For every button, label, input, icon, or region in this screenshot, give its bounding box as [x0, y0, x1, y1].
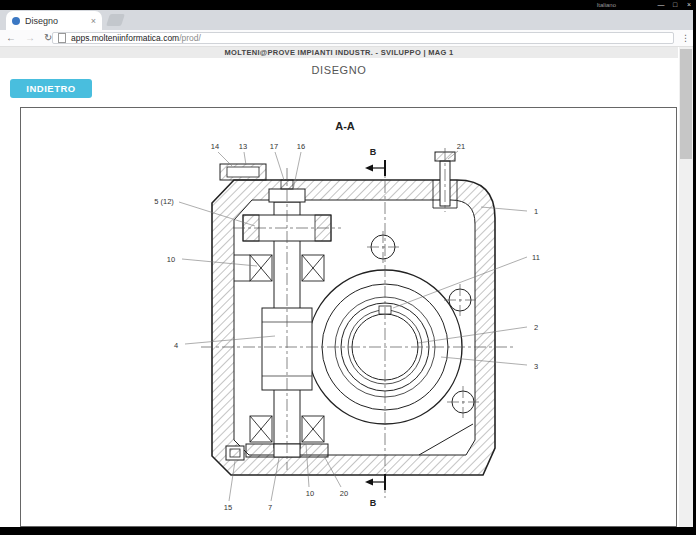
back-icon[interactable]: ←: [6, 30, 16, 46]
window-frame-bottom: [0, 527, 696, 535]
app-header-bar: MOLTENI@PROVE IMPIANTI INDUSTR. - SVILUP…: [0, 47, 678, 58]
callout-4: 4: [174, 341, 178, 350]
callout-7: 7: [268, 503, 272, 512]
drawing-panel: A-A: [20, 107, 677, 527]
callout-2: 2: [534, 323, 538, 332]
callout-3: 3: [534, 362, 538, 371]
callout-13: 13: [239, 142, 247, 151]
language-label: Italiano: [597, 2, 616, 8]
callout-10a: 10: [167, 255, 175, 264]
page-document-icon: [58, 33, 66, 43]
callout-14: 14: [211, 142, 219, 151]
address-bar[interactable]: apps.molteniinformatica.com /prod/: [52, 32, 674, 44]
tab-title: Disegno: [25, 16, 87, 26]
callout-11: 11: [532, 253, 540, 262]
browser-toolbar: ← → ↻ apps.molteniinformatica.com /prod/…: [0, 30, 693, 47]
callout-10b: 10: [306, 489, 314, 498]
section-label-top: B: [370, 147, 377, 157]
tab-strip: Disegno ×: [0, 10, 693, 30]
view-label: A-A: [335, 120, 355, 132]
callout-20: 20: [340, 489, 348, 498]
maximize-button[interactable]: □: [668, 0, 682, 10]
callout-15: 15: [224, 503, 232, 512]
technical-drawing: A-A: [21, 108, 676, 526]
tab-favicon-icon: [12, 17, 20, 25]
url-host: apps.molteniinformatica.com: [71, 33, 179, 43]
page-title: DISEGNO: [0, 64, 678, 76]
vertical-scrollbar[interactable]: [679, 47, 693, 527]
callout-17: 17: [270, 142, 278, 151]
forward-icon[interactable]: →: [25, 30, 35, 46]
flange-gear-assembly: [308, 235, 474, 424]
tab-close-icon[interactable]: ×: [91, 16, 96, 26]
section-label-bottom: B: [370, 498, 377, 508]
minimize-button[interactable]: —: [654, 0, 668, 10]
window-titlebar: Italiano — □ ×: [0, 0, 696, 10]
scrollbar-thumb[interactable]: [680, 49, 692, 159]
callout-1: 1: [534, 207, 538, 216]
browser-window: Italiano — □ × Disegno × ← → ↻ apps.molt…: [0, 0, 696, 535]
top-cover: [220, 164, 266, 180]
new-tab-button[interactable]: [106, 14, 125, 26]
url-path: /prod/: [179, 33, 201, 43]
browser-menu-icon[interactable]: ⋮: [681, 33, 690, 43]
callout-21: 21: [457, 142, 465, 151]
callout-16: 16: [297, 142, 305, 151]
indietro-button[interactable]: INDIETRO: [10, 79, 92, 98]
tab-disegno[interactable]: Disegno ×: [6, 11, 102, 30]
callout-5: 5 (12): [154, 197, 174, 206]
